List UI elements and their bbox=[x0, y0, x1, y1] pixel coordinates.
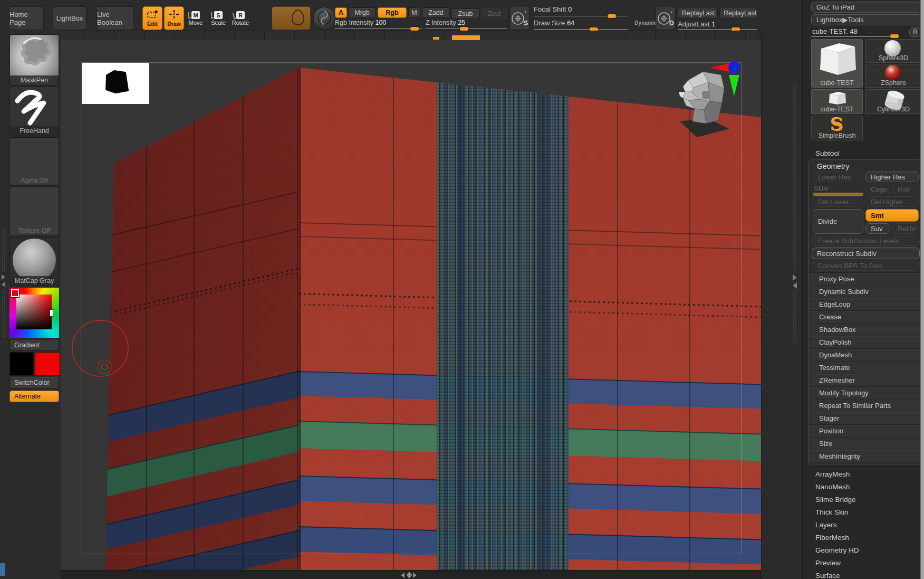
zadd-toggle[interactable]: Zadd bbox=[422, 7, 450, 18]
zsub-toggle[interactable]: Zsub bbox=[451, 8, 479, 19]
subpalette-modify-topology[interactable]: Modify Topology bbox=[810, 386, 921, 399]
palette-header-subtool[interactable]: Subtool bbox=[803, 147, 924, 159]
subpalette-claypolish[interactable]: ClayPolish bbox=[810, 336, 921, 348]
subpalette-proxy-pose[interactable]: Proxy Pose bbox=[810, 272, 921, 285]
switch-color-button[interactable]: SwitchColor bbox=[9, 377, 59, 388]
gradient-button[interactable]: Gradient bbox=[9, 340, 59, 350]
draw-button[interactable]: Draw bbox=[164, 6, 184, 30]
adjust-last-slider[interactable]: AdjustLast 1 bbox=[678, 19, 757, 32]
z-intensity-nub[interactable] bbox=[460, 27, 468, 31]
tool-thumb-cube-large[interactable]: cube-TEST bbox=[811, 39, 863, 88]
pan-down-arrow[interactable] bbox=[407, 575, 412, 578]
secondary-color-swatch[interactable] bbox=[35, 352, 60, 376]
sv-square[interactable] bbox=[16, 295, 52, 329]
tool-thumb-cube-small[interactable]: cube-TEST bbox=[811, 89, 863, 114]
shelf-divider-scroll-2[interactable] bbox=[793, 290, 797, 343]
goz-button[interactable]: GoZ To iPad bbox=[811, 2, 922, 13]
rgb-intensity-slider[interactable]: Rgb Intensity 100 bbox=[335, 19, 422, 31]
suv-button[interactable]: Suv bbox=[865, 223, 890, 234]
rotate-button[interactable]: R Rotate bbox=[231, 8, 250, 29]
pan-up-arrow[interactable] bbox=[407, 572, 412, 575]
tool-thumb-zsphere[interactable]: ZSphere bbox=[865, 64, 922, 88]
left-divider-scroll-2[interactable] bbox=[2, 289, 6, 338]
draw-size-slider[interactable]: Draw Size 64 bbox=[534, 18, 628, 31]
edit-button[interactable]: Edit bbox=[142, 6, 162, 30]
tray-accent-bar[interactable] bbox=[452, 35, 480, 40]
tool-thumb-cylinder3d[interactable]: Cylinder3D bbox=[865, 89, 922, 114]
focal-shift-nub[interactable] bbox=[608, 14, 616, 18]
subpalette-dynamic-subdiv[interactable]: Dynamic Subdiv bbox=[810, 285, 921, 298]
geometry-title[interactable]: Geometry bbox=[817, 162, 849, 170]
higher-res-button[interactable]: Higher Res bbox=[865, 172, 919, 182]
sculptris-pro-button[interactable] bbox=[272, 6, 311, 30]
subpalette-dynamesh[interactable]: DynaMesh bbox=[810, 348, 921, 361]
m-toggle[interactable]: M bbox=[408, 7, 420, 18]
camera-head-gizmo[interactable] bbox=[679, 69, 732, 140]
tool-slider-nub[interactable] bbox=[890, 34, 899, 38]
color-picker[interactable] bbox=[9, 288, 59, 338]
lightbox-tools-button[interactable]: Lightbox▶Tools bbox=[811, 14, 922, 25]
stroke-thumbnail-freehand[interactable]: FreeHand bbox=[9, 87, 59, 136]
axis-view-dot-icon[interactable] bbox=[728, 61, 740, 73]
tool-thumb-simplebrush[interactable]: S SimpleBrush bbox=[811, 116, 863, 140]
main-color-swatch[interactable] bbox=[9, 352, 34, 376]
subpalette-meshintegrity[interactable]: MeshIntegrity bbox=[810, 450, 921, 462]
window-scrollbar[interactable] bbox=[920, 0, 924, 579]
subpalette-tessimate[interactable]: Tessimate bbox=[810, 361, 921, 374]
pan-right-arrow[interactable] bbox=[413, 573, 417, 578]
subpalette-crease[interactable]: Crease bbox=[810, 310, 921, 323]
texture-thumbnail[interactable]: Texture Off bbox=[9, 187, 59, 236]
divide-button[interactable]: Divide bbox=[813, 209, 863, 234]
tool-thumb-sphere3d[interactable]: Sphere3D bbox=[865, 39, 922, 63]
subpalette-shadowbox[interactable]: ShadowBox bbox=[810, 323, 921, 336]
palette-header-geometry-hd[interactable]: Geometry HD bbox=[803, 544, 924, 556]
palette-header-arraymesh[interactable]: ArrayMesh bbox=[803, 468, 924, 480]
subpalette-zremesher[interactable]: ZRemesher bbox=[810, 374, 921, 386]
reconstruct-subdiv-button[interactable]: Reconstruct Subdiv bbox=[812, 248, 920, 259]
replay-last-button[interactable]: ReplayLast bbox=[678, 8, 718, 18]
replay-last-rel-button[interactable]: ReplayLastRel bbox=[719, 8, 757, 18]
z-intensity-slider[interactable]: Z Intensity 25 bbox=[426, 19, 507, 31]
scale-button[interactable]: S Scale bbox=[209, 8, 227, 29]
smt-button[interactable]: Smt bbox=[865, 209, 919, 222]
axis-x-arrow-icon[interactable] bbox=[709, 63, 729, 72]
tool-item-slider[interactable]: cube-TEST. 48 R bbox=[811, 26, 922, 38]
pan-left-arrow[interactable] bbox=[401, 573, 405, 578]
home-page-button[interactable]: Home Page bbox=[9, 6, 44, 30]
left-divider-scroll[interactable] bbox=[2, 228, 6, 272]
mrgb-toggle[interactable]: Mrgb bbox=[349, 7, 376, 18]
palette-header-nanomesh[interactable]: NanoMesh bbox=[803, 480, 924, 493]
sdiv-slider[interactable]: SDiv bbox=[813, 184, 863, 195]
alpha-thumbnail[interactable]: Alpha Off bbox=[9, 137, 59, 186]
document-canvas[interactable] bbox=[61, 40, 761, 570]
shelf-arrow-right[interactable] bbox=[793, 274, 797, 281]
r-button[interactable]: R bbox=[909, 27, 921, 37]
move-button[interactable]: M Move bbox=[187, 8, 205, 29]
palette-header-slime-bridge[interactable]: Slime Bridge bbox=[803, 493, 924, 506]
subpalette-repeat-similar[interactable]: Repeat To Similar Parts bbox=[810, 399, 921, 412]
live-boolean-button[interactable]: Live Boolean bbox=[97, 6, 134, 30]
focal-shift-icon-button[interactable]: S bbox=[509, 7, 530, 30]
focal-shift-slider[interactable]: Focal Shift 0 bbox=[534, 5, 628, 18]
divider-arrow-left[interactable] bbox=[2, 282, 5, 287]
subpalette-edgeloop[interactable]: EdgeLoop bbox=[810, 298, 921, 310]
palette-header-preview[interactable]: Preview bbox=[803, 556, 924, 569]
axis-y-arrow-icon[interactable] bbox=[729, 75, 739, 96]
palette-header-layers[interactable]: Layers bbox=[803, 518, 924, 531]
palette-header-surface[interactable]: Surface bbox=[803, 569, 924, 579]
alternate-button[interactable]: Alternate bbox=[9, 391, 59, 402]
stroke-swirl-button[interactable] bbox=[313, 7, 335, 30]
sdiv-bar[interactable] bbox=[813, 193, 863, 196]
palette-header-thick-skin[interactable]: Thick Skin bbox=[803, 506, 924, 518]
a-toggle[interactable]: A bbox=[335, 7, 347, 18]
dynamic-mode-icon-button[interactable]: D bbox=[656, 7, 676, 30]
subpalette-size[interactable]: Size bbox=[810, 437, 921, 450]
subpalette-stager[interactable]: Stager bbox=[810, 412, 921, 424]
brush-thumbnail-maskpen[interactable]: MaskPen bbox=[9, 34, 59, 86]
palette-header-fibermesh[interactable]: FiberMesh bbox=[803, 531, 924, 544]
material-thumbnail-matcap[interactable]: MatCap Gray bbox=[9, 237, 59, 286]
shelf-divider-scroll[interactable] bbox=[793, 83, 797, 272]
shelf-arrow-left[interactable] bbox=[793, 282, 797, 289]
divider-arrow-right[interactable] bbox=[2, 274, 5, 280]
subpalette-position[interactable]: Position bbox=[810, 424, 921, 437]
